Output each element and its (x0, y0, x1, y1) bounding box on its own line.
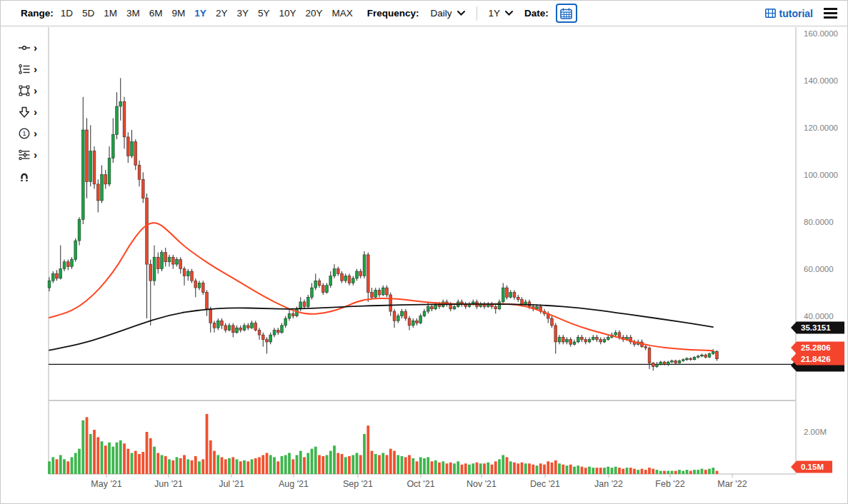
volume-bar (644, 470, 647, 474)
volume-bar (228, 458, 231, 474)
fibonacci-tool[interactable]: › (18, 62, 37, 76)
range-option-5y[interactable]: 5Y (258, 8, 270, 19)
volume-bar (663, 471, 666, 474)
volume-bar (446, 463, 449, 474)
price-axis-label: 80.0000 (804, 218, 834, 226)
volume-bar (221, 457, 224, 474)
candle-body (644, 347, 647, 348)
tutorial-link[interactable]: tutorial (765, 8, 813, 19)
candle-body (288, 313, 291, 318)
candle-body (551, 318, 554, 326)
candle-body (689, 358, 692, 360)
calendar-button[interactable] (556, 4, 577, 23)
volume-bar (104, 445, 107, 474)
candle-body (164, 253, 167, 262)
volume-bar (206, 414, 209, 474)
candle-body (119, 101, 122, 106)
range-option-1y[interactable]: 1Y (194, 8, 206, 19)
candle-body (86, 130, 89, 182)
volume-bar (674, 471, 677, 474)
chart-canvas[interactable]: 160.0000140.0000120.0000100.000080.00006… (1, 1, 848, 504)
candle-body (171, 257, 174, 264)
volume-bar (584, 468, 587, 474)
range-option-6m[interactable]: 6M (149, 8, 163, 19)
volume-bar (374, 454, 377, 474)
arrow-tool[interactable]: › (18, 105, 37, 119)
candle-body (411, 321, 414, 326)
indicator-tool[interactable]: › (18, 148, 37, 161)
range-option-10y[interactable]: 10Y (279, 8, 296, 19)
candle-body (183, 269, 186, 276)
candle-body (276, 331, 279, 333)
candle-body (366, 255, 369, 293)
candle-body (209, 309, 212, 323)
volume-bar (659, 471, 662, 474)
last-price-badge-value: 21.8426 (801, 355, 831, 363)
volume-bar (408, 455, 411, 474)
candle-body (502, 288, 504, 302)
frequency-select[interactable]: Daily (431, 8, 465, 19)
volume-bar (389, 449, 392, 474)
volume-bar (434, 460, 437, 474)
menu-icon[interactable] (824, 8, 837, 19)
chart-plot-area[interactable] (49, 27, 796, 474)
volume-bar (161, 455, 164, 474)
range-option-20y[interactable]: 20Y (305, 8, 322, 19)
range-option-1d[interactable]: 1D (61, 8, 73, 19)
trendline-tool[interactable]: › (18, 41, 37, 54)
ma-fast-badge: 25.2806 (791, 342, 844, 354)
range-option-5d[interactable]: 5D (82, 8, 94, 19)
candle-body (506, 288, 509, 297)
candle-body (494, 307, 497, 309)
candle-body (393, 311, 396, 321)
volume-bar (356, 453, 359, 475)
volume-bar (423, 458, 426, 474)
shapes-tool[interactable]: › (18, 84, 37, 97)
candle-body (389, 295, 392, 311)
ma-slow-badge: 35.3151 (791, 322, 844, 334)
volume-bar (318, 455, 321, 474)
volume-badge: 0.15M (791, 461, 832, 473)
candle-body (652, 363, 654, 367)
candle-body (96, 184, 99, 201)
last-price-badge: 21.8426 (791, 353, 844, 366)
volume-bar (569, 465, 572, 474)
range-option-1m[interactable]: 1M (104, 8, 117, 19)
annotation-number-tool[interactable]: 1 › (18, 126, 37, 140)
volume-bar (74, 453, 77, 475)
candle-body (577, 337, 579, 342)
candle-body (321, 286, 324, 293)
range-option-3m[interactable]: 3M (126, 8, 140, 19)
candle-body (326, 286, 329, 293)
range-option-3y[interactable]: 3Y (236, 8, 249, 19)
candle-body (648, 348, 651, 363)
volume-bar (56, 459, 59, 474)
candle-body (498, 302, 501, 309)
volume-bar (141, 452, 144, 474)
candle-body (708, 354, 711, 358)
volume-bar (269, 455, 272, 474)
candle-body (168, 257, 171, 262)
calendar-icon (560, 8, 572, 19)
volume-bar (93, 430, 96, 474)
volume-bar (288, 453, 291, 475)
candle-body (138, 166, 141, 180)
volume-bar (243, 460, 246, 474)
volume-bar (311, 449, 314, 474)
range-option-max[interactable]: MAX (331, 8, 352, 19)
volume-bar (558, 463, 561, 474)
range-option-2y[interactable]: 2Y (216, 8, 228, 19)
candle-body (416, 321, 419, 323)
x-axis-label: May '21 (91, 479, 121, 489)
candle-body (284, 318, 287, 326)
candle-body (66, 262, 69, 267)
duration-select[interactable]: 1Y (489, 8, 514, 19)
volume-bar (333, 445, 336, 474)
candle-body (126, 137, 129, 156)
range-options: 1D5D1M3M6M9M1Y2Y3Y5Y10Y20YMAX (61, 8, 353, 19)
range-option-9m[interactable]: 9M (172, 8, 186, 19)
volume-bar (641, 469, 644, 474)
magnet-tool[interactable] (18, 169, 31, 183)
volume-bar (86, 417, 89, 474)
volume-bar (686, 470, 689, 474)
